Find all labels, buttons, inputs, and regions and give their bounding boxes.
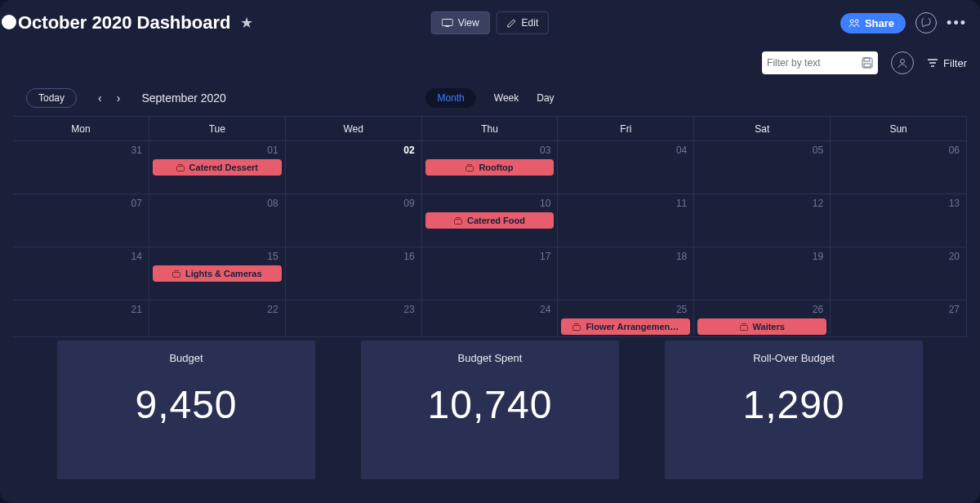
svg-point-7 — [901, 60, 905, 64]
comments-icon[interactable] — [915, 12, 937, 33]
budget-cards: Budget 9,450 Budget Spent 10,740 Roll-Ov… — [13, 332, 967, 479]
calendar-cell[interactable]: 25Flower Arrangemen… — [558, 300, 694, 337]
view-day[interactable]: Day — [537, 92, 554, 104]
svg-point-2 — [850, 20, 853, 23]
calendar-cell[interactable]: 05 — [694, 141, 831, 194]
calendar-cell[interactable]: 23 — [286, 300, 422, 337]
date-number: 25 — [676, 304, 687, 315]
view-button-label: View — [458, 17, 479, 29]
calendar-cell[interactable]: 08 — [149, 194, 286, 247]
calendar-cell[interactable]: 31 — [13, 141, 149, 194]
share-button[interactable]: Share — [840, 13, 906, 33]
date-number: 23 — [403, 304, 414, 315]
date-number: 04 — [676, 145, 687, 156]
date-number: 08 — [267, 198, 278, 209]
calendar-cell[interactable]: 22 — [149, 300, 286, 337]
svg-rect-13 — [466, 166, 474, 171]
calendar-cell[interactable]: 01Catered Dessert — [149, 141, 286, 194]
view-month[interactable]: Month — [425, 88, 475, 108]
calendar-cell[interactable]: 03Rooftop — [422, 141, 559, 194]
date-number: 18 — [676, 251, 687, 262]
briefcase-icon — [572, 323, 581, 331]
calendar-day-header: MonTueWedThuFriSatSun — [13, 117, 967, 141]
monitor-icon — [442, 19, 453, 27]
card-spent: Budget Spent 10,740 — [361, 341, 619, 479]
date-number: 19 — [813, 251, 823, 262]
calendar-cell[interactable]: 16 — [286, 247, 422, 300]
calendar-event[interactable]: Catered Food — [425, 212, 555, 229]
svg-rect-14 — [468, 164, 471, 166]
calendar-cell[interactable]: 26Waiters — [694, 300, 831, 337]
calendar-event[interactable]: Catered Dessert — [153, 159, 282, 176]
app-root: October 2020 Dashboard ★ View Edit Share… — [0, 0, 980, 503]
pencil-icon — [507, 18, 517, 28]
svg-rect-15 — [455, 219, 462, 224]
calendar-cell[interactable]: 09 — [286, 194, 422, 247]
workspace-avatar[interactable] — [2, 15, 16, 29]
calendar-cell[interactable]: 15Lights & Cameras — [149, 247, 286, 300]
today-button[interactable]: Today — [26, 88, 77, 108]
calendar-event[interactable]: Rooftop — [425, 159, 555, 176]
svg-rect-18 — [175, 270, 178, 272]
briefcase-icon — [454, 217, 462, 225]
calendar-cell[interactable]: 04 — [558, 141, 694, 194]
user-avatar-icon[interactable] — [891, 51, 914, 74]
more-menu-icon[interactable]: ••• — [947, 15, 967, 32]
calendar-cell[interactable]: 19 — [694, 247, 831, 300]
svg-rect-21 — [740, 325, 747, 330]
dayhead-cell: Tue — [149, 117, 286, 141]
card-rollover-title: Roll-Over Budget — [673, 352, 915, 364]
date-number: 02 — [403, 145, 414, 156]
calendar-cell[interactable]: 07 — [13, 194, 149, 247]
svg-rect-17 — [173, 272, 180, 277]
filter-toggle[interactable]: Filter — [927, 57, 967, 69]
calendar-cell[interactable]: 18 — [558, 247, 694, 300]
save-filter-icon[interactable] — [862, 57, 873, 69]
filter-icon — [927, 59, 938, 67]
calendar-event[interactable]: Waiters — [697, 318, 826, 335]
calendar-cell[interactable]: 06 — [831, 141, 967, 194]
favorite-star-icon[interactable]: ★ — [240, 14, 253, 32]
calendar-cell[interactable]: 14 — [13, 247, 149, 300]
edit-button[interactable]: Edit — [497, 11, 550, 34]
calendar-cell[interactable]: 10Catered Food — [422, 194, 559, 247]
svg-rect-20 — [575, 323, 578, 325]
calendar-cell[interactable]: 11 — [558, 194, 694, 247]
view-week[interactable]: Week — [494, 92, 519, 104]
calendar-cell[interactable]: 27 — [831, 300, 967, 337]
calendar-cell[interactable]: 02 — [286, 141, 422, 194]
next-month-icon[interactable]: › — [114, 88, 124, 108]
calendar-cell[interactable]: 17 — [422, 247, 559, 300]
calendar-cell[interactable]: 20 — [831, 247, 967, 300]
calendar-weeks: 3101Catered Dessert0203Rooftop0405060708… — [13, 141, 967, 332]
filter-input-wrap[interactable] — [762, 51, 878, 74]
date-number: 03 — [540, 145, 550, 156]
calendar-cell[interactable]: 12 — [694, 194, 831, 247]
briefcase-icon — [176, 164, 185, 171]
date-number: 31 — [131, 145, 141, 156]
card-spent-value: 10,740 — [369, 382, 611, 427]
date-number: 06 — [949, 145, 960, 156]
date-number: 16 — [403, 251, 414, 262]
dayhead-cell: Fri — [558, 117, 694, 141]
calendar-event[interactable]: Flower Arrangemen… — [561, 318, 690, 335]
date-number: 07 — [131, 198, 141, 209]
briefcase-icon — [172, 270, 180, 278]
prev-month-icon[interactable]: ‹ — [95, 88, 105, 108]
event-label: Catered Food — [467, 216, 525, 225]
dayhead-cell: Thu — [422, 117, 559, 141]
filter-input[interactable] — [767, 57, 862, 69]
svg-rect-5 — [864, 58, 870, 61]
date-number: 22 — [267, 304, 278, 315]
card-rollover-value: 1,290 — [673, 382, 915, 427]
calendar-cell[interactable]: 21 — [13, 300, 149, 337]
header-tools: Share ••• — [840, 12, 967, 33]
date-number: 15 — [267, 251, 278, 262]
calendar-event[interactable]: Lights & Cameras — [153, 265, 282, 282]
current-month-label: September 2020 — [141, 91, 226, 105]
view-button[interactable]: View — [431, 11, 490, 34]
card-budget-value: 9,450 — [65, 382, 307, 427]
calendar-cell[interactable]: 13 — [831, 194, 967, 247]
calendar-cell[interactable]: 24 — [422, 300, 559, 337]
calendar-week-row: 3101Catered Dessert0203Rooftop040506 — [13, 141, 967, 194]
